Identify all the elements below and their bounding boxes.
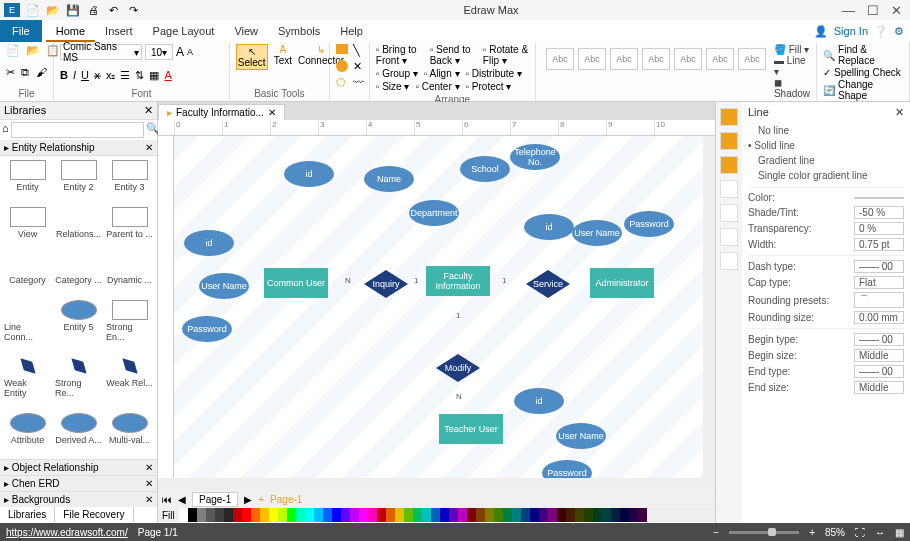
lib-item-strong-en---[interactable]: Strong En...: [106, 300, 153, 353]
swatch[interactable]: [179, 508, 188, 522]
etype-value[interactable]: —— 00: [854, 365, 904, 378]
page-tab-1[interactable]: Page-1: [192, 492, 238, 507]
menu-tab-page-layout[interactable]: Page Layout: [143, 22, 225, 40]
swatch[interactable]: [314, 508, 323, 522]
x-shape-icon[interactable]: ✕: [353, 60, 367, 73]
swatch[interactable]: [629, 508, 638, 522]
swatch[interactable]: [368, 508, 377, 522]
line-style-solid-line[interactable]: Solid line: [748, 138, 904, 153]
swatch[interactable]: [287, 508, 296, 522]
bold-button[interactable]: B: [60, 69, 68, 82]
swatch[interactable]: [548, 508, 557, 522]
font-family-select[interactable]: Comic Sans MS▾: [60, 44, 142, 60]
lib-item-view[interactable]: View: [4, 207, 51, 250]
grow-font-icon[interactable]: A: [176, 45, 184, 59]
save-icon[interactable]: 💾: [66, 3, 80, 17]
open-icon[interactable]: 📂: [46, 3, 60, 17]
node-id1[interactable]: id: [284, 161, 334, 187]
swatch[interactable]: [215, 508, 224, 522]
fontcolor-button[interactable]: A: [164, 69, 171, 82]
node-pw2[interactable]: Password: [182, 316, 232, 342]
style-preset-6[interactable]: Abc: [738, 48, 766, 70]
swatch[interactable]: [431, 508, 440, 522]
doc-close-icon[interactable]: ✕: [268, 107, 276, 118]
linespace-button[interactable]: ⇅: [135, 69, 144, 82]
lib-item-entity-5[interactable]: Entity 5: [55, 300, 102, 353]
swatch[interactable]: [278, 508, 287, 522]
swatch[interactable]: [341, 508, 350, 522]
bsize-value[interactable]: Middle: [854, 349, 904, 362]
page-first-icon[interactable]: ⏮: [162, 494, 172, 505]
swatch[interactable]: [485, 508, 494, 522]
node-pw1[interactable]: Password: [624, 211, 674, 237]
lib-section-chen-erd[interactable]: ▸ Chen ERD✕: [0, 475, 157, 491]
swatch[interactable]: [350, 508, 359, 522]
swatch[interactable]: [602, 508, 611, 522]
new-doc-icon[interactable]: 📄: [6, 44, 20, 58]
line-style-single-color-gradient-line[interactable]: Single color gradient line: [748, 168, 904, 183]
status-url[interactable]: https://www.edrawsoft.com/: [6, 527, 128, 538]
swatch[interactable]: [251, 508, 260, 522]
help-icon[interactable]: ❔: [874, 25, 888, 38]
style-preset-5[interactable]: Abc: [706, 48, 734, 70]
swatch[interactable]: [206, 508, 215, 522]
undo-icon[interactable]: ↶: [106, 3, 120, 17]
lib-item-multi-val---[interactable]: Multi-val...: [106, 413, 153, 456]
swatch[interactable]: [638, 508, 647, 522]
menu-tab-home[interactable]: Home: [46, 22, 95, 42]
swatch[interactable]: [242, 508, 251, 522]
shade-value[interactable]: -50 %: [854, 206, 904, 219]
swatch[interactable]: [233, 508, 242, 522]
open-doc-icon[interactable]: 📂: [26, 44, 40, 58]
node-teacher[interactable]: Teacher User: [439, 414, 503, 444]
fit-page-icon[interactable]: ⛶: [855, 527, 865, 538]
zoom-out-icon[interactable]: −: [713, 527, 719, 538]
poly-shape-icon[interactable]: ⬠: [336, 76, 350, 89]
shadow-tab-icon[interactable]: [720, 156, 738, 174]
menu-tab-view[interactable]: View: [224, 22, 268, 40]
select-tool[interactable]: ↖Select: [236, 44, 268, 70]
canvas[interactable]: idNameDepartmentSchoolTelephone No.idUse…: [174, 136, 703, 478]
node-tel[interactable]: Telephone No.: [510, 144, 560, 170]
arrange-rotate---flip[interactable]: ▫ Rotate & Flip ▾: [483, 44, 529, 66]
node-un1[interactable]: User Name: [572, 220, 622, 246]
page-prev-icon[interactable]: ◀: [178, 494, 186, 505]
file-recovery-tab[interactable]: File Recovery: [55, 507, 133, 522]
redo-icon[interactable]: ↷: [126, 3, 140, 17]
node-common[interactable]: Common User: [264, 268, 328, 298]
lib-item-entity-3[interactable]: Entity 3: [106, 160, 153, 203]
swatch[interactable]: [395, 508, 404, 522]
node-admin[interactable]: Administrator: [590, 268, 654, 298]
line-tab-icon[interactable]: [720, 108, 738, 126]
arrange-distribute[interactable]: ▫ Distribute ▾: [466, 68, 522, 79]
style-preset-4[interactable]: Abc: [674, 48, 702, 70]
round-preset[interactable]: ⌒: [854, 292, 904, 308]
swatch[interactable]: [476, 508, 485, 522]
lib-home-icon[interactable]: ⌂: [2, 122, 9, 138]
line-panel-close-icon[interactable]: ✕: [895, 106, 904, 119]
trans-value[interactable]: 0 %: [854, 222, 904, 235]
arrange-align[interactable]: ▫ Align ▾: [424, 68, 460, 79]
node-inquiry[interactable]: Inquiry: [364, 270, 408, 298]
swatch[interactable]: [575, 508, 584, 522]
swatch[interactable]: [359, 508, 368, 522]
line-style-gradient-line[interactable]: Gradient line: [748, 153, 904, 168]
file-menu[interactable]: File: [0, 20, 42, 42]
swatch[interactable]: [458, 508, 467, 522]
page-next-icon[interactable]: ▶: [244, 494, 252, 505]
node-faculty[interactable]: Faculty Information: [426, 266, 490, 296]
lib-item-strong-re---[interactable]: Strong Re...: [55, 356, 102, 409]
lib-item-weak-entity[interactable]: Weak Entity: [4, 356, 51, 409]
menu-tab-insert[interactable]: Insert: [95, 22, 143, 40]
lib-item-line-conn---[interactable]: Line Conn...: [4, 300, 51, 353]
menu-tab-help[interactable]: Help: [330, 22, 373, 40]
bullet-button[interactable]: ☰: [120, 69, 130, 82]
horizontal-scrollbar[interactable]: [158, 478, 715, 490]
swatch[interactable]: [260, 508, 269, 522]
shrink-font-icon[interactable]: A: [187, 47, 193, 57]
strike-button[interactable]: x̶: [94, 69, 101, 82]
minimize-icon[interactable]: —: [842, 3, 855, 18]
lib-search-input[interactable]: [11, 122, 144, 138]
swatch[interactable]: [593, 508, 602, 522]
new-icon[interactable]: 📄: [26, 3, 40, 17]
